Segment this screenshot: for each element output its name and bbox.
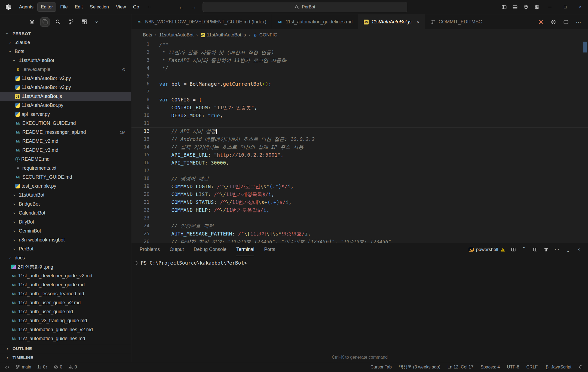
tree-item[interactable]: 11stAuthAutoBot_v2.py	[0, 74, 131, 83]
code-line[interactable]: 25 AUTH_MESSAGE_PATTERN: /^\[11번가\]\s*인증…	[131, 230, 588, 238]
close-tab-icon[interactable]: ×	[416, 19, 419, 25]
openai-icon[interactable]	[550, 19, 556, 25]
tree-item[interactable]: M↓11st_auth_lessons_learned.md	[0, 289, 131, 298]
cube-icon[interactable]	[520, 2, 531, 13]
extensions-icon[interactable]	[79, 17, 89, 27]
tree-item[interactable]: ›CalendarBot	[0, 209, 131, 218]
timeline-section[interactable]: › TIMELINE	[0, 353, 131, 362]
tree-item[interactable]: M↓README_v2.md	[0, 137, 131, 146]
code-line[interactable]: 16 API_TIMEOUT: 30000,	[131, 159, 588, 167]
code-line[interactable]: 2 * 11번가 인증 자동화 봇 (메신저 직접 연동)	[131, 48, 588, 56]
project-section-header[interactable]: › PERBOT	[0, 29, 131, 38]
menu-editor[interactable]: Editor	[37, 2, 56, 12]
breadcrumb-item[interactable]: {}CONFIG	[253, 32, 277, 38]
menu-more[interactable]: ···	[143, 3, 154, 11]
code-line[interactable]: 1/**	[131, 41, 588, 48]
tree-item[interactable]: 11stAuthAutoBot_v3.py	[0, 83, 131, 92]
code-line[interactable]: 15 API_BASE_URL: "http://10.0.2.2:5001",	[131, 151, 588, 159]
code-line[interactable]: 18 // 명령어 패턴	[131, 175, 588, 182]
tree-item[interactable]: M↓11st_automation_guidelines_v2.md	[0, 325, 131, 334]
forward-icon[interactable]: →	[191, 4, 197, 11]
code-line[interactable]: 26 // 다양한 형식 지원: "인증번호 123456", "인증번호 [1…	[131, 238, 588, 243]
tree-item[interactable]: ›BridgeBot	[0, 200, 131, 209]
tree-item[interactable]: iREADME.md	[0, 155, 131, 164]
code-line[interactable]: 20 COMMAND_LIST: /^\/11번가계정목록$/i,	[131, 190, 588, 198]
toggle-sidebar-icon[interactable]	[499, 2, 510, 13]
tab[interactable]: M↓11st_automation_guidelines.md	[272, 14, 358, 29]
branch-icon[interactable]	[66, 17, 76, 27]
close-button[interactable]: ×	[573, 0, 588, 14]
code-line[interactable]: 22 COMMAND_HELP: /^\/11번가도움말$/i,	[131, 206, 588, 214]
tab[interactable]: M↓N8N_WORKFLOW_DEVELOPMENT_GUIDE.md (Ind…	[131, 14, 272, 29]
status-eol[interactable]: CRLF	[526, 365, 538, 370]
tree-item[interactable]: M↓SECURITY_GUIDE.md	[0, 173, 131, 182]
code-line[interactable]: 14 // 실제 기기에서는 호스트 머신의 실제 IP 주소 사용	[131, 143, 588, 151]
status-branch[interactable]: main	[16, 365, 31, 370]
more-actions-icon[interactable]: ···	[575, 19, 581, 25]
code-line[interactable]: 7	[131, 88, 588, 96]
code-line[interactable]: 13 // Android 에뮬레이터에서 호스트 머신 접근: 10.0.2.…	[131, 135, 588, 143]
code-line[interactable]: 5	[131, 72, 588, 80]
chevron-down-icon[interactable]: ›	[93, 17, 102, 27]
tree-item[interactable]: test_example.py	[0, 182, 131, 191]
back-icon[interactable]: ←	[178, 4, 184, 11]
claude-icon[interactable]	[538, 19, 544, 25]
tree-item[interactable]: ›DifyBot	[0, 218, 131, 227]
tree-item[interactable]: JS11stAuthAutoBot.js	[0, 92, 131, 101]
status-blame[interactable]: 백성욱 (3 weeks ago)	[399, 364, 440, 370]
breadcrumb-item[interactable]: 11stAuthAutoBot	[159, 32, 194, 38]
split-terminal-icon[interactable]	[511, 247, 516, 252]
menu-edit[interactable]: Edit	[72, 3, 86, 11]
openai-icon[interactable]	[27, 17, 36, 27]
panel-tab[interactable]: Problems	[140, 243, 160, 256]
code-line[interactable]: 10 DEBUG_MODE: true,	[131, 111, 588, 119]
menu-agents[interactable]: Agents	[16, 3, 37, 11]
settings-gear-icon[interactable]	[531, 2, 542, 13]
maximize-panel-icon[interactable]: ›	[565, 247, 571, 252]
status-notifications[interactable]	[578, 365, 583, 370]
status-warnings[interactable]: 0	[68, 365, 77, 370]
command-center-search[interactable]: PerBot	[203, 2, 407, 12]
split-editor-icon[interactable]	[563, 19, 569, 25]
toggle-panel-icon[interactable]	[510, 2, 520, 13]
search-icon[interactable]	[53, 17, 63, 27]
status-encoding[interactable]: UTF-8	[507, 365, 519, 370]
files-icon[interactable]	[40, 17, 50, 27]
tree-item[interactable]: 11stAuthAutoBot.py	[0, 101, 131, 110]
scrollbar-thumb[interactable]	[583, 42, 587, 52]
panel-tab[interactable]: Ports	[264, 243, 275, 256]
tab[interactable]: COMMIT_EDITMSG	[425, 14, 488, 29]
tree-item[interactable]: ›PerBot	[0, 244, 131, 253]
code-line[interactable]: 17	[131, 167, 588, 175]
status-language[interactable]: {}JavaScript	[545, 365, 571, 370]
terminal-content[interactable]: PS C:\ProjectSource\kakaobot\PerBot>	[131, 256, 588, 266]
tree-item[interactable]: M↓11st_auth_developer_guide.md	[0, 280, 131, 289]
tab[interactable]: JS11stAuthAutoBot.js×	[358, 14, 425, 29]
tree-item[interactable]: ›Bots	[0, 47, 131, 56]
menu-view[interactable]: View	[113, 3, 129, 11]
tree-item[interactable]: ›.claude	[0, 38, 131, 47]
tree-item[interactable]: M↓11st_auth_developer_guide_v2.md	[0, 271, 131, 280]
tree-item[interactable]: ›11stAuthAutoBot	[0, 56, 131, 65]
minimize-button[interactable]: ─	[542, 0, 558, 14]
tree-item[interactable]: ›docs	[0, 253, 131, 262]
status-remote[interactable]	[5, 365, 10, 370]
menu-go[interactable]: Go	[130, 3, 143, 11]
breadcrumb-item[interactable]: Bots	[143, 32, 152, 38]
tree-item[interactable]: M↓11st_auth_user_guide_v2.md	[0, 298, 131, 307]
outline-section[interactable]: › OUTLINE	[0, 344, 131, 353]
status-errors[interactable]: 0	[54, 365, 62, 370]
menu-file[interactable]: File	[57, 3, 71, 11]
tree-item[interactable]: ›n8n-webhook-msgbot	[0, 235, 131, 244]
tree-item[interactable]: M↓README_messenger_api.md1M	[0, 128, 131, 137]
tree-item[interactable]: M↓README_v3.md	[0, 146, 131, 155]
code-line[interactable]: 24 // 인증번호 패턴	[131, 222, 588, 230]
terminal-dropdown-icon[interactable]: ›	[522, 247, 527, 252]
code-editor[interactable]: 1/**2 * 11번가 인증 자동화 봇 (메신저 직접 연동)3 * Fas…	[131, 41, 588, 243]
close-panel-icon[interactable]: ×	[576, 247, 581, 252]
panel-layout-icon[interactable]	[532, 247, 538, 252]
tree-item[interactable]: M↓EXECUTION_GUIDE.md	[0, 119, 131, 128]
panel-more-icon[interactable]: ···	[554, 247, 560, 252]
tree-item[interactable]: 2차인증화면.png	[0, 262, 131, 271]
breadcrumb-item[interactable]: JS11stAuthAutoBot.js	[201, 32, 246, 38]
